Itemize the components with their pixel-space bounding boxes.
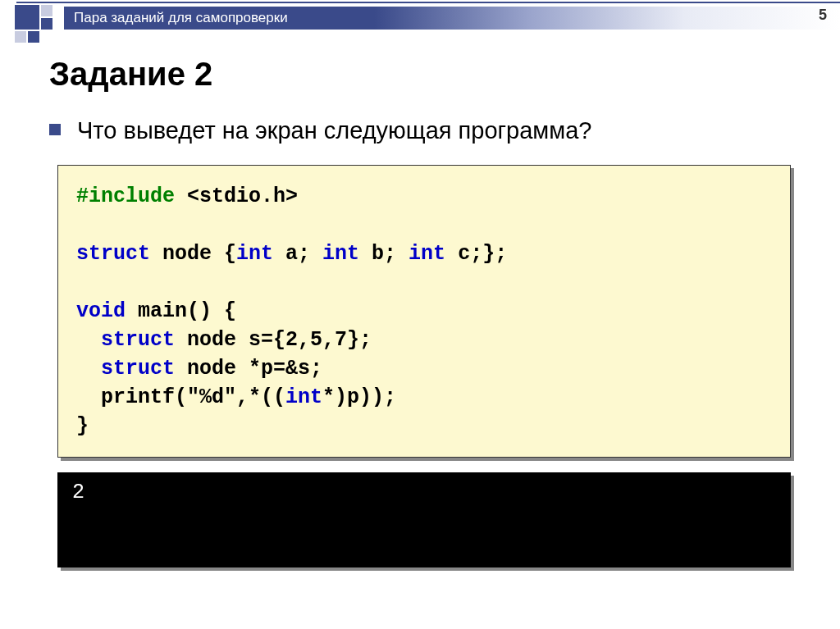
bullet-icon xyxy=(49,124,61,135)
code-keyword: #include xyxy=(76,185,175,208)
slide-header: Пара заданий для самопроверки 5 xyxy=(0,0,840,30)
code-text: node { xyxy=(150,242,236,266)
code-text: node s={2,5,7}; xyxy=(175,328,372,352)
code-keyword: struct xyxy=(101,357,175,381)
code-keyword: struct xyxy=(76,242,150,266)
breadcrumb-bar: Пара заданий для самопроверки xyxy=(64,7,840,30)
code-text: a; xyxy=(273,242,322,266)
code-keyword: int xyxy=(285,385,322,409)
code-keyword: int xyxy=(322,242,359,266)
code-text: printf("%d",*(( xyxy=(76,385,285,409)
code-text: <stdio.h> xyxy=(175,185,298,208)
header-line xyxy=(16,2,840,3)
code-block: #include <stdio.h> struct node {int a; i… xyxy=(57,165,791,458)
breadcrumb-text: Пара заданий для самопроверки xyxy=(74,10,288,26)
output-text: 2 xyxy=(72,481,84,504)
code-text: node *p=&s; xyxy=(175,357,322,381)
page-number: 5 xyxy=(819,7,827,24)
code-keyword: int xyxy=(409,242,445,266)
output-block: 2 xyxy=(57,472,791,567)
code-text: c;}; xyxy=(445,242,507,266)
code-keyword: void xyxy=(76,299,126,323)
code-text: } xyxy=(76,414,89,438)
question-row: Что выведет на экран следующая программа… xyxy=(46,116,794,145)
code-keyword: struct xyxy=(101,328,175,352)
slide-title: Задание 2 xyxy=(49,56,794,93)
logo-squares xyxy=(15,5,57,48)
code-text: main() { xyxy=(126,299,236,323)
code-text: b; xyxy=(359,242,409,266)
slide-content: Задание 2 Что выведет на экран следующая… xyxy=(0,30,840,567)
code-text: *)p)); xyxy=(322,385,396,409)
question-text: Что выведет на экран следующая программа… xyxy=(77,116,592,145)
code-keyword: int xyxy=(236,242,273,266)
